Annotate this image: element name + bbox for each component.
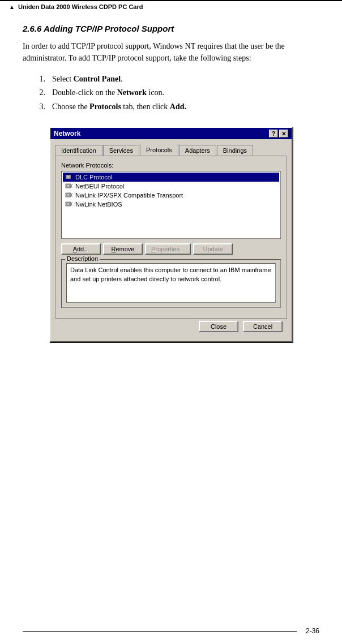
close-button[interactable]: ✕ — [279, 130, 288, 138]
svg-line-14 — [71, 203, 72, 204]
tab-adapters[interactable]: Adapters — [179, 145, 216, 156]
svg-line-11 — [71, 195, 72, 196]
step-3: 3. Choose the Protocols tab, then click … — [34, 101, 319, 113]
protocol-label-nwlink-ipx: NwLink IPX/SPX Compatible Transport — [75, 192, 183, 199]
update-button[interactable]: Update — [193, 243, 233, 255]
tab-protocols[interactable]: Protocols — [140, 144, 178, 156]
action-buttons: Add... Remove Properties... Update — [61, 243, 281, 255]
help-button[interactable]: ? — [269, 130, 278, 138]
protocol-icon-dlc — [65, 173, 73, 181]
tab-identification[interactable]: Identification — [55, 145, 102, 156]
svg-rect-5 — [67, 185, 70, 187]
footer-line — [23, 631, 297, 632]
svg-line-6 — [71, 184, 72, 186]
protocol-item-dlc[interactable]: DLC Protocol — [63, 173, 279, 182]
description-group: Description Data Link Control enables th… — [61, 259, 281, 308]
protocol-label-dlc: DLC Protocol — [75, 174, 112, 181]
step-1: 1. Select Control Panel. — [34, 73, 319, 85]
svg-line-15 — [71, 204, 72, 205]
step-3-num: 3. — [34, 101, 45, 113]
protocol-label-netbeui: NetBEUI Protocol — [75, 183, 124, 190]
protocols-listbox[interactable]: DLC Protocol — [61, 171, 281, 239]
description-text: Data Link Control enables this computer … — [66, 263, 276, 303]
dialog-title: Network — [54, 130, 80, 138]
protocol-item-nwlink-netbios[interactable]: NwLink NetBIOS — [63, 200, 279, 209]
svg-line-2 — [71, 175, 72, 177]
svg-rect-9 — [67, 194, 70, 196]
protocol-icon-nwlink-ipx — [65, 191, 73, 199]
intro-text: In order to add TCP/IP protocol support,… — [23, 40, 319, 64]
protocol-label-nwlink-netbios: NwLink NetBIOS — [75, 201, 122, 208]
section-heading: 2.6.6 Adding TCP/IP Protocol Support — [23, 24, 319, 33]
steps-list: 1. Select Control Panel. 2. Double-click… — [34, 73, 319, 113]
tab-services[interactable]: Services — [103, 145, 139, 156]
tab-bindings[interactable]: Bindings — [217, 145, 253, 156]
triangle-icon: ▲ — [9, 4, 15, 10]
svg-rect-13 — [67, 203, 70, 205]
dialog-body: Identification Services Protocols Adapte… — [50, 139, 292, 341]
svg-line-10 — [71, 194, 72, 195]
step-3-text: Choose the Protocols tab, then click Add… — [52, 101, 186, 113]
page-number: 2-36 — [306, 627, 319, 635]
step-1-text: Select Control Panel. — [52, 73, 123, 85]
protocol-item-netbeui[interactable]: NetBEUI Protocol — [63, 182, 279, 191]
dialog-wrapper: Network ? ✕ Identification Services Prot… — [23, 127, 319, 342]
step-1-num: 1. — [34, 73, 45, 85]
titlebar-buttons: ? ✕ — [269, 130, 288, 138]
tabs-row: Identification Services Protocols Adapte… — [55, 144, 287, 156]
top-bar: ▲ Uniden Data 2000 Wireless CDPD PC Card — [0, 0, 342, 12]
protocol-icon-netbeui — [65, 182, 73, 190]
dialog-close-button[interactable]: Close — [199, 321, 238, 332]
dialog-bottom-buttons: Close Cancel — [55, 319, 287, 337]
svg-line-7 — [71, 186, 72, 187]
top-bar-title: Uniden Data 2000 Wireless CDPD PC Card — [18, 3, 143, 10]
add-button[interactable]: Add... — [61, 243, 101, 255]
properties-button[interactable]: Properties... — [145, 243, 191, 255]
protocol-icon-nwlink-netbios — [65, 200, 73, 208]
dialog-cancel-button[interactable]: Cancel — [243, 321, 283, 332]
dialog-titlebar: Network ? ✕ — [50, 128, 292, 139]
svg-rect-1 — [67, 176, 70, 178]
page-content: 2.6.6 Adding TCP/IP Protocol Support In … — [0, 12, 342, 365]
svg-line-3 — [71, 177, 72, 178]
protocol-item-nwlink-ipx[interactable]: NwLink IPX/SPX Compatible Transport — [63, 191, 279, 200]
tab-panel-protocols: Network Protocols: — [55, 156, 287, 319]
protocols-label: Network Protocols: — [61, 162, 281, 169]
step-2-text: Double-click on the Network icon. — [52, 87, 164, 99]
description-label: Description — [65, 255, 100, 262]
network-dialog: Network ? ✕ Identification Services Prot… — [49, 127, 293, 342]
page-footer: 2-36 — [23, 627, 319, 635]
remove-button[interactable]: Remove — [103, 243, 143, 255]
step-2: 2. Double-click on the Network icon. — [34, 87, 319, 99]
step-2-num: 2. — [34, 87, 45, 99]
